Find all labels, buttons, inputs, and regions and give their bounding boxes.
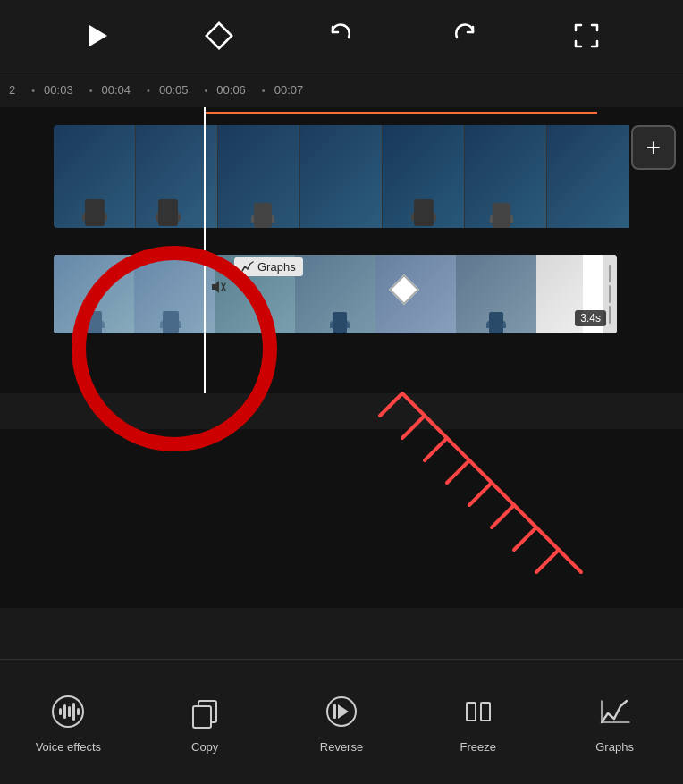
freeze-button[interactable]: Freeze (443, 690, 514, 754)
redo-button[interactable] (444, 16, 484, 55)
graphs-label-timeline: Graphs (234, 257, 303, 276)
svg-marker-0 (89, 25, 107, 46)
svg-rect-9 (72, 703, 75, 721)
reverse-label: Reverse (320, 740, 363, 754)
mute-icon-timeline (210, 279, 226, 298)
progress-line (204, 107, 206, 393)
svg-rect-1 (207, 23, 232, 48)
thumb-4 (300, 125, 383, 228)
sec-thumb-6 (456, 255, 536, 333)
svg-rect-15 (333, 704, 336, 719)
timeline-area: + (0, 107, 683, 393)
top-toolbar (0, 0, 683, 72)
primary-thumbnails (54, 125, 644, 228)
svg-rect-10 (77, 708, 80, 715)
sec-thumb-2 (134, 255, 215, 333)
reverse-button[interactable]: Reverse (306, 690, 377, 754)
secondary-video-track[interactable]: 3.4s (54, 255, 617, 333)
svg-rect-12 (193, 706, 211, 728)
svg-rect-16 (467, 703, 476, 721)
graphs-icon (594, 690, 637, 733)
svg-rect-8 (68, 706, 71, 717)
voice-effects-icon (46, 690, 89, 733)
bottom-toolbar: Voice effects Copy Reverse (0, 659, 683, 784)
graphs-button[interactable]: Graphs (579, 690, 651, 754)
undo-button[interactable] (322, 16, 361, 55)
keyframe-button[interactable] (199, 16, 239, 55)
sec-thumb-4 (295, 255, 375, 333)
thumb-1 (54, 125, 136, 228)
thumb-3 (218, 125, 300, 228)
graphs-label: Graphs (595, 740, 634, 754)
orange-progress-line (204, 112, 597, 114)
empty-timeline-area (0, 429, 683, 608)
copy-label: Copy (191, 740, 218, 754)
timeline-ruler: 2 • 00:03 • 00:04 • 00:05 • 00:06 • 00:0… (0, 72, 683, 107)
sec-thumb-5 (375, 255, 456, 333)
fullscreen-button[interactable] (567, 16, 606, 55)
primary-video-track[interactable] (0, 125, 683, 241)
svg-marker-2 (212, 281, 219, 293)
copy-button[interactable]: Copy (169, 690, 240, 754)
duration-badge: 3.4s (575, 310, 606, 326)
add-clip-button[interactable]: + (631, 125, 676, 170)
thumb-6 (465, 125, 547, 228)
play-button[interactable] (77, 16, 116, 55)
sec-thumb-1 (54, 255, 134, 333)
copy-icon (183, 690, 226, 733)
svg-rect-7 (63, 704, 66, 719)
freeze-label: Freeze (460, 740, 496, 754)
freeze-icon (457, 690, 500, 733)
ruler-marks: 2 • 00:03 • 00:04 • 00:05 • 00:06 • 00:0… (9, 83, 674, 97)
voice-effects-label: Voice effects (36, 740, 101, 754)
svg-marker-14 (338, 704, 349, 719)
thumb-5 (383, 125, 465, 228)
reverse-icon (320, 690, 363, 733)
thumb-2 (136, 125, 218, 228)
thumb-7 (547, 125, 629, 228)
svg-rect-17 (481, 703, 490, 721)
voice-effects-button[interactable]: Voice effects (32, 690, 104, 754)
svg-rect-6 (59, 708, 62, 715)
